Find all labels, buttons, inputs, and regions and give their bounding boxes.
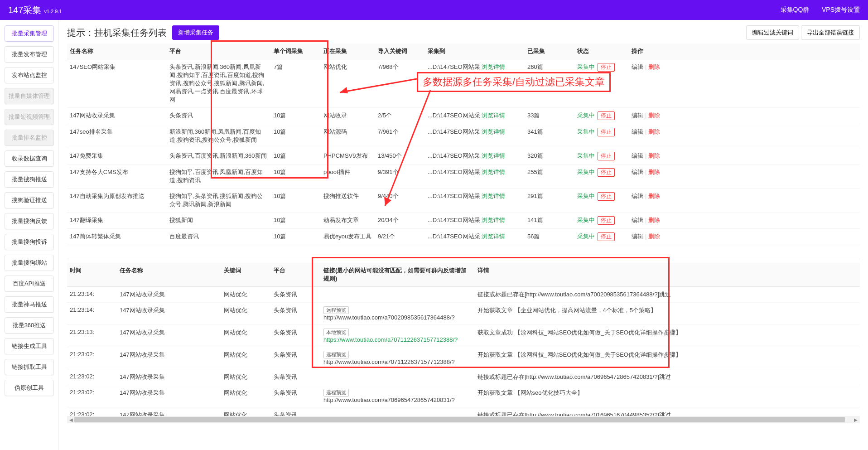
- sidebar-item-11[interactable]: 批量搜狗绑站: [5, 255, 54, 271]
- view-detail-link[interactable]: 浏览详情: [482, 193, 505, 199]
- delete-link[interactable]: 删除: [648, 169, 660, 175]
- cell-collected: 260篇: [525, 59, 574, 108]
- stop-button[interactable]: 停止: [598, 63, 615, 72]
- sidebar-item-0[interactable]: 批量采集管理: [5, 25, 54, 42]
- sidebar-item-15[interactable]: 链接生成工具: [5, 338, 54, 354]
- remote-preview-tag[interactable]: 远程预览: [323, 306, 349, 314]
- cell-collecting: 网站源码: [321, 124, 375, 148]
- stop-button[interactable]: 停止: [598, 192, 615, 201]
- cell-keyword: 网站优化: [221, 325, 271, 347]
- edit-link[interactable]: 编辑: [632, 128, 643, 135]
- cell-keyword: 网站优化: [221, 347, 271, 369]
- view-detail-link[interactable]: 浏览详情: [482, 217, 505, 223]
- cell-collected: 320篇: [525, 148, 574, 165]
- sidebar-item-17[interactable]: 伪原创工具: [5, 380, 54, 396]
- edit-link[interactable]: 编辑: [632, 193, 643, 199]
- view-detail-link[interactable]: 浏览详情: [482, 169, 505, 175]
- cell-ops: 编辑|删除: [629, 213, 860, 229]
- page-title: 提示：挂机采集任务列表: [67, 27, 167, 39]
- cell-saveto: ...D:\147SEO网站采 浏览详情: [425, 59, 525, 108]
- view-detail-link[interactable]: 浏览详情: [482, 63, 505, 70]
- sidebar-item-13[interactable]: 批量神马推送: [5, 296, 54, 313]
- cell-platform: 新浪新闻,360新闻,凤凰新闻,百度知道,搜狗资讯,搜狗公众号,搜狐新闻: [167, 124, 271, 148]
- sidebar-item-2[interactable]: 发布站点监控: [5, 67, 54, 83]
- delete-link[interactable]: 删除: [648, 112, 660, 119]
- th-link: 链接(最小的网站可能没有匹配，如需要可群内反馈增加规则): [321, 263, 475, 287]
- delete-link[interactable]: 删除: [648, 63, 660, 70]
- stop-button[interactable]: 停止: [598, 152, 615, 160]
- link-qq-group[interactable]: 采集QQ群: [781, 6, 810, 13]
- topbar: 147采集 v1.2.9.1 采集QQ群 VPS拨号设置: [0, 0, 868, 20]
- stop-button[interactable]: 停止: [598, 168, 615, 177]
- sidebar-item-9[interactable]: 批量搜狗反馈: [5, 213, 54, 229]
- cell-link: 远程预览http://www.toutiao.com/a707112263715…: [321, 347, 475, 369]
- stop-button[interactable]: 停止: [598, 128, 615, 136]
- th-time: 时间: [67, 263, 117, 287]
- view-detail-link[interactable]: 浏览详情: [482, 152, 505, 159]
- view-detail-link[interactable]: 浏览详情: [482, 112, 505, 119]
- scroll-right-icon[interactable]: ▶: [853, 416, 859, 423]
- status-text: 采集中: [577, 63, 595, 70]
- sidebar-item-12[interactable]: 百度API推送: [5, 276, 54, 292]
- th-detail: 详情: [475, 263, 860, 287]
- remote-preview-tag[interactable]: 远程预览: [323, 351, 349, 358]
- stop-button[interactable]: 停止: [598, 111, 615, 120]
- status-text: 采集中: [577, 233, 595, 240]
- cell-platform: 头条资讯: [271, 369, 321, 385]
- view-detail-link[interactable]: 浏览详情: [482, 128, 505, 135]
- cell-platform: 百度最资讯: [167, 229, 271, 245]
- th-keyword: 关键词: [221, 263, 271, 287]
- sidebar-item-8[interactable]: 搜狗验证推送: [5, 192, 54, 208]
- edit-link[interactable]: 编辑: [632, 112, 643, 119]
- th-platform: 平台: [167, 44, 271, 59]
- cell-ops: 编辑|删除: [629, 189, 860, 213]
- sidebar-item-16[interactable]: 链接抓取工具: [5, 359, 54, 375]
- cell-status: 采集中停止: [574, 124, 629, 148]
- sidebar-item-10[interactable]: 批量搜狗投诉: [5, 234, 54, 250]
- cell-saveto: ...D:\147SEO网站采 浏览详情: [425, 148, 525, 165]
- cell-collected: 141篇: [525, 213, 574, 229]
- cell-ops: 编辑|删除: [629, 59, 860, 108]
- edit-link[interactable]: 编辑: [632, 233, 643, 240]
- edit-link[interactable]: 编辑: [632, 152, 643, 159]
- cell-detail: 获取文章成功 【涂网科技_网站SEO优化如何做_关于SEO优化详细操作步骤】: [475, 325, 860, 347]
- delete-link[interactable]: 删除: [648, 233, 660, 240]
- stop-button[interactable]: 停止: [598, 232, 615, 241]
- cell-keyword: 网站优化: [221, 303, 271, 325]
- delete-link[interactable]: 删除: [648, 152, 660, 159]
- sidebar-item-6[interactable]: 收录数据查询: [5, 150, 54, 167]
- delete-link[interactable]: 删除: [648, 128, 660, 135]
- cell-kw: 13/450个: [375, 148, 425, 165]
- horizontal-scrollbar[interactable]: ◀ ▶: [67, 416, 860, 423]
- th-platform: 平台: [271, 263, 321, 287]
- scroll-left-icon[interactable]: ◀: [68, 416, 74, 423]
- sidebar-item-7[interactable]: 批量搜狗推送: [5, 171, 54, 188]
- cell-name: 147简体转繁体采集: [67, 229, 167, 245]
- cell-collecting: 网站收录: [321, 108, 375, 124]
- link-vps-settings[interactable]: VPS拨号设置: [822, 6, 860, 13]
- edit-link[interactable]: 编辑: [632, 169, 643, 175]
- cell-saveto: ...D:\147SEO网站采 浏览详情: [425, 108, 525, 124]
- cell-ops: 编辑|删除: [629, 108, 860, 124]
- cell-link: 远程预览http://www.toutiao.com/a706965472865…: [321, 385, 475, 407]
- delete-link[interactable]: 删除: [648, 193, 660, 199]
- local-preview-tag[interactable]: 本地预览: [323, 329, 349, 336]
- table-row: 147SEO网站采集头条资讯,新浪新闻,360新闻,凤凰新闻,搜狗知乎,百度资讯…: [67, 59, 860, 108]
- sidebar-item-1[interactable]: 批量发布管理: [5, 46, 54, 63]
- delete-link[interactable]: 删除: [648, 217, 660, 223]
- cell-single: 10篇: [271, 124, 321, 148]
- table-row: 147简体转繁体采集百度最资讯10篇易优eyou发布工具9/21个...D:\1…: [67, 229, 860, 245]
- cell-task: 147网站收录采集: [117, 325, 221, 347]
- view-detail-link[interactable]: 浏览详情: [482, 233, 505, 240]
- table-row: 147网站收录采集头条资讯10篇网站收录2/5个...D:\147SEO网站采 …: [67, 108, 860, 124]
- edit-filter-keywords-button[interactable]: 编辑过滤关键词: [746, 25, 799, 40]
- cell-collected: 291篇: [525, 189, 574, 213]
- edit-link[interactable]: 编辑: [632, 63, 643, 70]
- new-task-button[interactable]: 新增采集任务: [172, 25, 219, 40]
- remote-preview-tag[interactable]: 远程预览: [323, 389, 349, 397]
- th-task: 任务名称: [117, 263, 221, 287]
- stop-button[interactable]: 停止: [598, 216, 615, 225]
- export-error-links-button[interactable]: 导出全部错误链接: [801, 25, 860, 40]
- sidebar-item-14[interactable]: 批量360推送: [5, 317, 54, 334]
- edit-link[interactable]: 编辑: [632, 217, 643, 223]
